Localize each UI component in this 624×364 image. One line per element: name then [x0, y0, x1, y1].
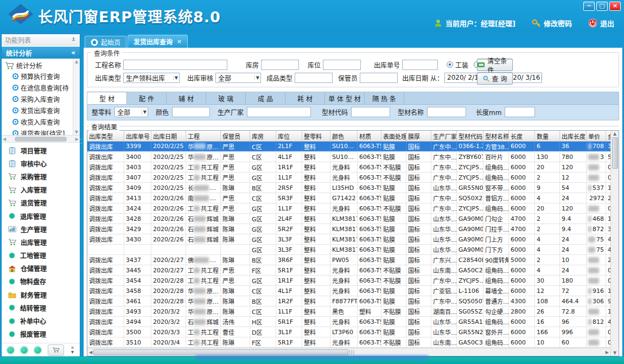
tab-home[interactable]: 起始页 — [85, 36, 126, 48]
logout-button[interactable]: 退出 — [588, 18, 614, 28]
sidebar-item-报废管理[interactable]: 报废管理 — [2, 328, 80, 341]
column-header-型材名称[interactable]: 型材名称 — [483, 131, 509, 141]
profile-code-input[interactable] — [351, 107, 390, 117]
table-row-3400[interactable]: 调拨出库34002020/2/25华原…严思C区4L1F整料SU10…6063-… — [87, 152, 610, 162]
warehouse-input[interactable] — [261, 60, 299, 70]
column-header-数量[interactable]: 数量 — [535, 131, 560, 141]
table-row-3428[interactable]: 调拨出库34282020/2/26石辉城陈琳G区2L4F整料KLM3817606… — [87, 214, 610, 224]
footer-cart-button[interactable] — [48, 344, 64, 356]
table-row-3409[interactable]: 调拨出库34092020/2/25长…陈琳B区2R5F整料LI35HD6063-… — [87, 183, 610, 193]
table-row-blank[interactable]: G区3L3F整料KLM38176063-T5贴膜国标山东华…GA90M09.门下… — [87, 245, 610, 255]
material-tab-型材[interactable]: 型 材 — [87, 92, 127, 104]
maker-input[interactable] — [247, 107, 311, 117]
table-vertical-scrollbar[interactable]: ▲▼ — [610, 131, 619, 356]
table-row-3445[interactable]: 调拨出库34452020/2/27工共工程严思F区5R1F整料光身料6063-T… — [87, 265, 610, 276]
table-row-3407[interactable]: 调拨出库34072020/2/25工共工程严思G区1L1F整料光身料6063-T… — [87, 173, 610, 183]
search-button[interactable]: 查 询 — [477, 72, 513, 85]
collapse-icon[interactable]: « — [71, 49, 75, 56]
material-tab-耗材[interactable]: 耗 材 — [285, 92, 325, 104]
material-tab-配件[interactable]: 配 件 — [127, 92, 167, 104]
slot-input[interactable] — [323, 60, 361, 70]
table-row-3510[interactable]: 调拨出库35102020/3/4工共工程陈琳F区5R1F整料光身料6063-T5… — [87, 337, 610, 348]
tab-shipment-outbound-query[interactable]: 发货出库查询 × — [128, 35, 188, 48]
sidebar-item-结转管理[interactable]: 结转管理 — [2, 301, 80, 314]
table-row-3493[interactable]: 调拨出库34932020/3/2华原…陈琳C区1L1F整料黑色塑料不贴膜国标湖南… — [87, 306, 610, 317]
minimize-button[interactable]: − — [583, 2, 595, 11]
more-buttons-chevron[interactable]: »▾ — [71, 346, 74, 354]
sidebar-item-财务管理[interactable]: 财务管理 — [2, 288, 80, 301]
table-row-3429[interactable]: 调拨出库34292020/2/26石辉城陈琳G区5R2F整料KLM3817606… — [87, 224, 610, 234]
sidebar-panel-header[interactable]: 统计分析 « — [2, 47, 80, 59]
tree-item-1[interactable]: 预算执行查询 — [5, 71, 73, 82]
table-row-3430[interactable]: 调拨出库34302020/2/26石辉城陈琳G区3L3F整料KLM3817606… — [87, 234, 610, 245]
tree-item-6[interactable]: 退货查询[待定] — [5, 127, 73, 135]
column-header-出库单号[interactable]: 出库单号 — [124, 131, 151, 141]
whole-part-select[interactable]: 全部▼ — [114, 107, 148, 117]
pin-icon[interactable] — [71, 37, 77, 43]
sidebar-item-审核中心[interactable]: 审核中心 — [2, 157, 80, 170]
radio-gongzhuang[interactable]: 工装 — [447, 60, 468, 69]
column-header-单价[interactable]: 单价 — [587, 131, 606, 141]
column-header-金[interactable]: 金 — [606, 131, 610, 141]
table-row-3500[interactable]: 调拨出库35002020/3/3工共工程曹佳D区3L1F整料LT3P606063… — [87, 327, 610, 337]
material-tab-成品[interactable]: 成 品 — [246, 92, 285, 104]
tree-vertical-scrollbar[interactable]: ▲▼ — [73, 59, 80, 135]
sidebar-item-退货管理[interactable]: 退货管理 — [2, 196, 80, 209]
sidebar-item-物料盘存[interactable]: 物料盘存 — [2, 275, 80, 288]
table-row-3403[interactable]: 调拨出库34032020/2/25工共工程严思G区1R1F整料光身料6063-T… — [87, 162, 610, 173]
table-horizontal-scrollbar[interactable]: ◀|||▶ — [87, 348, 610, 356]
change-password-button[interactable]: 修改密码 — [532, 18, 572, 28]
sidebar-item-退库管理[interactable]: 退库管理 — [2, 209, 80, 222]
material-tab-单体型材[interactable]: 单 体 型 材 — [325, 92, 365, 104]
column-header-库位[interactable]: 库位 — [276, 131, 302, 141]
sidebar-item-补单中心[interactable]: 补单中心 — [2, 314, 80, 327]
column-header-工程[interactable]: 工程 — [186, 131, 221, 141]
color-input[interactable] — [172, 107, 210, 117]
profile-name-input[interactable] — [427, 107, 466, 117]
material-tab-隔热条[interactable]: 隔 热 条 — [365, 92, 404, 104]
column-header-出库日期[interactable]: 出库日期 — [151, 131, 186, 141]
column-header-表面处理[interactable]: 表面处理 — [381, 131, 406, 141]
clear-conditions-button[interactable]: 清空条件 — [477, 59, 513, 71]
sidebar-item-入库管理[interactable]: 入库管理 — [2, 183, 80, 196]
dot-icon[interactable] — [34, 347, 41, 354]
tree-root[interactable]: 统计分析 — [5, 60, 73, 71]
column-header-膜厚[interactable]: 膜厚 — [406, 131, 431, 141]
length-input[interactable] — [505, 107, 535, 117]
outbound-type-select[interactable]: 生产领料出库▼ — [123, 73, 180, 83]
maximize-button[interactable]: □ — [596, 2, 608, 11]
column-header-出库类型[interactable]: 出库类型 — [87, 131, 124, 141]
sidebar-item-仓储管理[interactable]: 仓储管理 — [2, 262, 80, 275]
tree-item-4[interactable]: 发货出库查询 — [5, 105, 73, 116]
sidebar-item-工地管理[interactable]: 工地管理 — [2, 249, 80, 262]
column-header-颜色[interactable]: 颜色 — [330, 131, 358, 141]
column-header-库房[interactable]: 库房 — [250, 131, 276, 141]
column-header-保管员[interactable]: 保管员 — [221, 131, 250, 141]
sidebar-item-采购管理[interactable]: 采购管理 — [2, 170, 80, 183]
column-header-长度[interactable]: 长度 — [509, 131, 535, 141]
material-tab-辅材[interactable]: 辅 材 — [167, 92, 206, 104]
column-header-生产厂家[interactable]: 生产厂家 — [431, 131, 457, 141]
column-header-型材代码[interactable]: 型材代码 — [457, 131, 483, 141]
table-row-3437[interactable]: 调拨出库34372020/2/27佛…陈琳B区3R6F整料PW056063-T5… — [87, 255, 610, 265]
column-header-出库长度[interactable]: 出库长度 — [560, 131, 587, 141]
tree-item-5[interactable]: 收货入库查询 — [5, 116, 73, 127]
keeper-input[interactable] — [360, 73, 398, 83]
sidebar-item-出库管理[interactable]: 出库管理 — [2, 235, 80, 248]
close-button[interactable]: × — [609, 2, 621, 11]
column-header-材质[interactable]: 材质 — [358, 131, 381, 141]
table-row-3399[interactable]: 调拨出库33992020/2/25华原…严思C区2L1F整料SU10…6063-… — [87, 142, 610, 152]
table-row-3458[interactable]: 调拨出库34582020/2/28华原…陈琳C区4L1F整料光身料6063-T5… — [87, 286, 610, 296]
sidebar-item-项目管理[interactable]: 项目管理 — [2, 144, 80, 157]
dot-icon[interactable] — [7, 347, 14, 354]
tree-horizontal-scrollbar[interactable]: ◀▶ — [2, 136, 80, 143]
table-row-3494[interactable]: 调拨出库34942020/3/2石辉城汤伟H区5R1F整料光身料6063-T5贴… — [87, 317, 610, 327]
tab-close-icon[interactable]: × — [177, 38, 182, 45]
dot-icon[interactable] — [21, 347, 28, 354]
project-name-input[interactable] — [123, 60, 227, 70]
tree-item-2[interactable]: 在途信息查询[待 — [5, 82, 73, 93]
audit-select[interactable]: 全部▼ — [215, 73, 261, 83]
table-row-3413[interactable]: 调拨出库34132020/2/26南…严思C区5R3F整料G714226063-… — [87, 193, 610, 203]
tree-item-3[interactable]: 采购入库查询 — [5, 93, 73, 105]
outbound-no-input[interactable] — [402, 60, 438, 70]
